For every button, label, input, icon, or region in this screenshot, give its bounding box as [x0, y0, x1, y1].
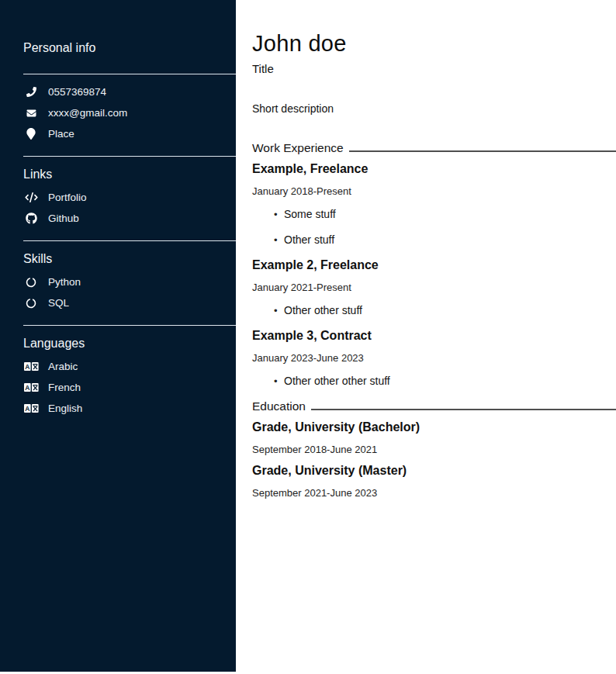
work-experience-heading: Work Experience	[252, 140, 344, 155]
work-entry-date: January 2023-June 2023	[252, 352, 616, 365]
language-icon: A	[23, 382, 39, 392]
education-entry-title: Grade, University (Bachelor)	[252, 420, 616, 434]
phone-number: 0557369874	[48, 86, 106, 98]
language-label: English	[48, 403, 82, 414]
education-heading: Education	[252, 399, 306, 413]
sidebar-divider	[23, 156, 236, 157]
education-entry: Grade, University (Master) September 202…	[252, 463, 616, 499]
sidebar-divider	[23, 74, 236, 74]
link-item-portfolio[interactable]: Portfolio	[23, 187, 236, 208]
github-link-label: Github	[48, 213, 79, 224]
sidebar-divider	[23, 325, 236, 326]
resume-page: Personal info 0557369874 xxxx@gmail.com …	[0, 0, 616, 674]
phone-icon	[23, 87, 39, 97]
person-title: Title	[252, 62, 616, 76]
education-entry-date: September 2021-June 2023	[252, 487, 616, 499]
code-icon	[23, 192, 39, 202]
education-heading-row: Education	[252, 399, 616, 413]
circle-notch-icon	[23, 277, 39, 288]
short-description: Short description	[252, 102, 616, 116]
svg-text:A: A	[25, 384, 29, 392]
contact-item-phone: 0557369874	[23, 81, 236, 102]
location-icon	[23, 128, 39, 140]
work-entry: Example, Freelance January 2018-Present …	[252, 161, 616, 247]
language-item-english: A English	[23, 398, 236, 419]
contact-list: 0557369874 xxxx@gmail.com Place	[23, 81, 236, 144]
language-item-french: A French	[23, 377, 236, 398]
work-entry: Example 3, Contract January 2023-June 20…	[252, 328, 616, 388]
envelope-icon	[23, 109, 39, 118]
bullet-item: Other other stuff	[274, 304, 616, 317]
contact-item-email: xxxx@gmail.com	[23, 102, 236, 123]
education-entry-date: September 2018-June 2021	[252, 444, 616, 456]
language-icon: A	[23, 403, 39, 413]
language-label: Arabic	[48, 361, 78, 372]
sidebar-divider	[23, 240, 236, 241]
links-heading: Links	[23, 167, 236, 181]
sidebar: Personal info 0557369874 xxxx@gmail.com …	[0, 0, 236, 672]
work-experience-heading-row: Work Experience	[252, 140, 616, 155]
work-entry-date: January 2021-Present	[252, 282, 616, 294]
link-item-github[interactable]: Github	[23, 208, 236, 229]
person-name: John doe	[252, 31, 616, 57]
skill-label: SQL	[48, 297, 69, 309]
place-label: Place	[48, 128, 74, 140]
main-content: John doe Title Short description Work Ex…	[236, 0, 616, 499]
skill-item-python: Python	[23, 271, 236, 292]
circle-notch-icon	[23, 298, 39, 309]
email-address: xxxx@gmail.com	[48, 107, 127, 119]
language-item-arabic: A Arabic	[23, 356, 236, 377]
portfolio-link-label: Portfolio	[48, 192, 87, 203]
work-entry-title: Example, Freelance	[252, 161, 616, 176]
svg-text:A: A	[25, 363, 29, 371]
github-icon	[23, 213, 39, 224]
languages-heading: Languages	[23, 336, 236, 351]
skill-item-sql: SQL	[23, 292, 236, 313]
bullet-item: Some stuff	[274, 208, 616, 221]
education-entry-title: Grade, University (Master)	[252, 463, 616, 478]
personal-info-heading: Personal info	[23, 40, 236, 55]
education-entry: Grade, University (Bachelor) September 2…	[252, 420, 616, 456]
work-entry-date: January 2018-Present	[252, 185, 616, 198]
bullet-item: Other other other stuff	[274, 375, 616, 388]
contact-item-place: Place	[23, 123, 236, 144]
language-label: French	[48, 382, 81, 393]
work-entry-bullets: Some stuff Other stuff	[252, 208, 616, 247]
work-entry-bullets: Other other other stuff	[252, 375, 616, 388]
skills-heading: Skills	[23, 251, 236, 266]
heading-rule	[311, 409, 616, 410]
language-icon: A	[23, 361, 39, 372]
work-entry-title: Example 2, Freelance	[252, 258, 616, 272]
skill-label: Python	[48, 276, 81, 288]
work-entry-title: Example 3, Contract	[252, 328, 616, 343]
work-entry: Example 2, Freelance January 2021-Presen…	[252, 258, 616, 317]
work-entry-bullets: Other other stuff	[252, 304, 616, 317]
languages-list: A Arabic A French A English	[23, 356, 236, 419]
bullet-item: Other stuff	[274, 233, 616, 247]
links-list: Portfolio Github	[23, 187, 236, 229]
heading-rule	[349, 150, 616, 152]
skills-list: Python SQL	[23, 271, 236, 313]
svg-text:A: A	[25, 405, 29, 413]
